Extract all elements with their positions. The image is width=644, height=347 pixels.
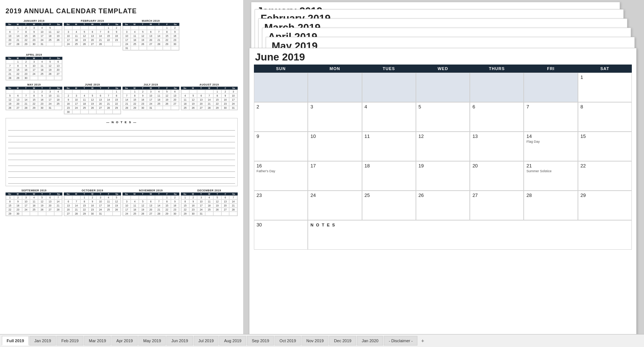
jun-day-23: 23 bbox=[254, 191, 308, 220]
flag-day-label: Flag Day bbox=[526, 140, 575, 143]
jun-day-8: 8 bbox=[578, 102, 632, 132]
jun-cell-empty bbox=[524, 73, 578, 102]
jun-cell-empty bbox=[308, 73, 362, 102]
jun-header: SUN MON TUES WED THURS FRI SAT bbox=[254, 65, 632, 73]
notes-line bbox=[8, 137, 235, 142]
tab-label-jan2020: Jan 2020 bbox=[362, 339, 378, 343]
jun-day-28: 28 bbox=[524, 191, 578, 220]
jun-notes-cell: N O T E S bbox=[308, 220, 632, 250]
jun-day-17: 17 bbox=[308, 161, 362, 191]
mini-cal-title-sep: SEPTEMBER 2019 bbox=[6, 189, 62, 192]
mini-cal-body-apr: 123456 78910111213 14151617181920 212223… bbox=[6, 60, 62, 80]
jun-day-10: 10 bbox=[308, 132, 362, 161]
tab-feb-2019[interactable]: Feb 2019 bbox=[56, 336, 83, 346]
tab-full-2019[interactable]: Full 2019 bbox=[2, 336, 29, 346]
tab-disclaimer[interactable]: - Disclaimer - bbox=[384, 336, 417, 346]
notes-line bbox=[8, 155, 235, 160]
jun-day-22: 22 bbox=[578, 161, 632, 191]
mini-cal-title-jun: JUNE 2019 bbox=[64, 83, 121, 86]
notes-title: — N O T E S — bbox=[8, 121, 235, 124]
jun-day-4: 4 bbox=[362, 102, 416, 132]
tab-label-mar: Mar 2019 bbox=[89, 339, 106, 343]
mini-cal-body-jan: 12345 6789101112 13141516171819 20212223… bbox=[6, 26, 62, 46]
mini-cal-header-dec: SuMTWTFSa bbox=[181, 192, 238, 195]
mini-calendar-mar: MARCH 2019 SuMTWTFSa 12 3456789 10111213… bbox=[123, 20, 179, 51]
mini-calendar-oct: OCTOBER 2019 SuMTWTFSa 12345 6789101112 … bbox=[64, 189, 121, 216]
mini-cal-header-feb: SuMTWTFSa bbox=[64, 23, 121, 26]
mini-calendar-jun: JUNE 2019 SuMTWTFSa 1 2345678 9101112131… bbox=[64, 83, 121, 114]
jun-day-19: 19 bbox=[416, 161, 470, 191]
tab-jan-2020[interactable]: Jan 2020 bbox=[357, 336, 383, 346]
tab-may-2019[interactable]: May 2019 bbox=[138, 336, 166, 346]
notes-line bbox=[8, 161, 235, 166]
jun-cell-empty bbox=[362, 73, 416, 102]
mini-calendar-dec: DECEMBER 2019 SuMTWTFSa 1234567 89101112… bbox=[181, 189, 238, 216]
mini-cal-title-dec: DECEMBER 2019 bbox=[181, 189, 238, 192]
tab-label-jun: Jun 2019 bbox=[171, 339, 188, 343]
jun-day-7: 7 bbox=[524, 102, 578, 132]
mini-cal-body-sep: 1234567 891011121314 15161718192021 2223… bbox=[6, 195, 62, 216]
jun-day-14: 14Flag Day bbox=[524, 132, 578, 161]
jun-day-1: 1 bbox=[578, 73, 632, 102]
tab-bar: Full 2019 Jan 2019 Feb 2019 Mar 2019 Apr… bbox=[0, 334, 644, 347]
tab-oct-2019[interactable]: Oct 2019 bbox=[275, 336, 301, 346]
tab-sep-2019[interactable]: Sep 2019 bbox=[247, 336, 274, 346]
jun-day-13: 13 bbox=[470, 132, 524, 161]
jun-cell-empty bbox=[470, 73, 524, 102]
mini-calendar-aug: AUGUST 2019 SuMTWTFSa 123 45678910 11121… bbox=[181, 83, 238, 114]
mini-cal-header-jan: SuMTWTFSa bbox=[6, 23, 62, 26]
notes-line bbox=[8, 149, 235, 154]
mini-calendars-grid: JANUARY 2019 SuMTWTFSa 12345 6789101112 … bbox=[6, 20, 238, 80]
notes-line bbox=[8, 125, 235, 131]
mini-cal-body-may: 1234 567891011 12131415161718 1920212223… bbox=[6, 90, 62, 110]
tab-jun-2019[interactable]: Jun 2019 bbox=[166, 336, 193, 346]
mini-calendars-grid-row2: MAY 2019 SuMTWTFSa 1234 567891011 121314… bbox=[6, 83, 238, 114]
jun-day-3: 3 bbox=[308, 102, 362, 132]
jun-week5: 23 24 25 26 27 28 29 bbox=[254, 191, 632, 220]
tab-dec-2019[interactable]: Dec 2019 bbox=[329, 336, 356, 346]
main-content: 2019 ANNUAL CALENDAR TEMPLATE JANUARY 20… bbox=[0, 0, 644, 334]
mini-calendar-feb: FEBRUARY 2019 SuMTWTFSa 12 3456789 10111… bbox=[64, 20, 121, 51]
tab-jan-2019[interactable]: Jan 2019 bbox=[30, 336, 56, 346]
mini-cal-body-oct: 12345 6789101112 13141516171819 20212223… bbox=[64, 195, 121, 216]
tab-label-jul: Jul 2019 bbox=[199, 339, 214, 343]
jun-day-27: 27 bbox=[470, 191, 524, 220]
mini-calendar-sep: SEPTEMBER 2019 SuMTWTFSa 1234567 8910111… bbox=[6, 189, 62, 216]
notes-line bbox=[8, 173, 235, 178]
mini-cal-body-jul: 123456 78910111213 14151617181920 212223… bbox=[123, 90, 179, 110]
tab-aug-2019[interactable]: Aug 2019 bbox=[219, 336, 246, 346]
mini-calendar-apr: APRIL 2019 SuMTWTFSa 123456 78910111213 … bbox=[6, 53, 62, 80]
tab-mar-2019[interactable]: Mar 2019 bbox=[84, 336, 111, 346]
jun-day-21: 21Summer Solstice bbox=[524, 161, 578, 191]
mini-cal-header-sep: SuMTWTFSa bbox=[6, 192, 62, 195]
mini-cal-body-nov: 12 3456789 10111213141516 17181920212223… bbox=[123, 195, 179, 216]
mini-cal-body-mar: 12 3456789 10111213141516 17181920212223… bbox=[123, 26, 179, 51]
jun-day-9: 9 bbox=[254, 132, 308, 161]
mini-calendar-jul: JULY 2019 SuMTWTFSa 123456 78910111213 1… bbox=[123, 83, 179, 114]
jun-cell-empty bbox=[254, 73, 308, 102]
tab-label-jan: Jan 2019 bbox=[34, 339, 51, 343]
jun-day-6: 6 bbox=[470, 102, 524, 132]
jun-day-20: 20 bbox=[470, 161, 524, 191]
notes-line bbox=[8, 131, 235, 136]
summer-solstice-label: Summer Solstice bbox=[526, 169, 575, 173]
tab-label-sep: Sep 2019 bbox=[252, 339, 269, 343]
tab-add-button[interactable]: + bbox=[418, 336, 427, 345]
jun-day-15: 15 bbox=[578, 132, 632, 161]
mini-cal-header-jun: SuMTWTFSa bbox=[64, 87, 121, 90]
tab-nov-2019[interactable]: Nov 2019 bbox=[302, 336, 328, 346]
mini-cal-header-jul: SuMTWTFSa bbox=[123, 87, 179, 90]
mini-cal-title-feb: FEBRUARY 2019 bbox=[64, 20, 121, 22]
notes-column bbox=[181, 20, 238, 51]
tab-label-dec: Dec 2019 bbox=[334, 339, 351, 343]
jun-day-18: 18 bbox=[362, 161, 416, 191]
jun-day-12: 12 bbox=[416, 132, 470, 161]
tab-jul-2019[interactable]: Jul 2019 bbox=[194, 336, 219, 346]
mini-cal-title-aug: AUGUST 2019 bbox=[181, 83, 238, 86]
mini-cal-title-oct: OCTOBER 2019 bbox=[64, 189, 121, 192]
jun-day-26: 26 bbox=[416, 191, 470, 220]
tab-apr-2019[interactable]: Apr 2019 bbox=[111, 336, 138, 346]
mini-cal-header-oct: SuMTWTFSa bbox=[64, 192, 121, 195]
jun-week1: 1 bbox=[254, 73, 632, 102]
jun-day-2: 2 bbox=[254, 102, 308, 132]
